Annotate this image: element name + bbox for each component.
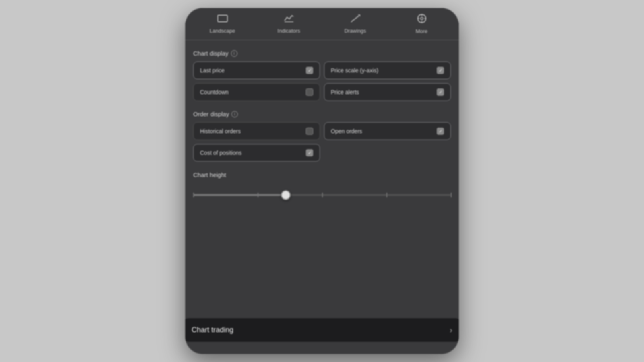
toolbar-item-landscape[interactable]: Landscape	[189, 14, 256, 34]
toggle-last-price[interactable]: Last price	[193, 62, 320, 79]
toolbar-item-indicators[interactable]: Indicators	[256, 14, 322, 34]
slider-tick-0	[193, 193, 194, 197]
chart-display-info-icon: i	[231, 50, 237, 57]
toggle-price-scale[interactable]: Price scale (y-axis)	[324, 62, 451, 79]
toggle-check-cost-positions	[306, 149, 313, 156]
toggle-historical-orders[interactable]: Historical orders	[193, 122, 320, 140]
chart-display-section: Chart display i Last price Price scale (…	[193, 50, 451, 101]
content: Chart display i Last price Price scale (…	[185, 40, 459, 318]
more-icon	[417, 14, 427, 26]
chart-trading-label: Chart trading	[192, 326, 233, 334]
toggle-cost-positions[interactable]: Cost of positions	[193, 144, 320, 162]
bottom-space	[185, 342, 459, 354]
more-label: More	[416, 28, 428, 34]
toggle-check-historical	[306, 128, 313, 135]
toggle-check-price-alerts	[437, 88, 444, 96]
slider-tick-50	[322, 193, 323, 197]
phone-container: Landscape Indicators	[185, 8, 459, 354]
slider-tick-100	[451, 193, 452, 197]
svg-rect-0	[218, 15, 227, 22]
indicators-icon	[284, 14, 294, 25]
panel: Landscape Indicators	[185, 8, 459, 354]
toggle-check-price-scale	[437, 67, 444, 74]
chevron-right-icon: ›	[450, 325, 452, 335]
landscape-label: Landscape	[210, 28, 235, 34]
toolbar-item-drawings[interactable]: Drawings	[322, 14, 388, 34]
order-display-info-icon: i	[231, 111, 238, 117]
chart-trading-button[interactable]: Chart trading ›	[185, 318, 459, 342]
toggle-open-orders[interactable]: Open orders	[324, 122, 451, 140]
toggle-countdown[interactable]: Countdown	[193, 83, 320, 101]
chart-height-section: Chart height	[193, 171, 451, 202]
order-display-label: Order display i	[193, 111, 451, 117]
slider-tick-75	[386, 193, 387, 197]
toggle-check-last-price	[306, 67, 313, 74]
drawings-icon	[350, 14, 361, 25]
chart-display-toggles: Last price Price scale (y-axis) Countdow…	[193, 62, 451, 101]
indicators-label: Indicators	[277, 28, 300, 34]
svg-point-5	[421, 17, 423, 20]
toggle-price-alerts[interactable]: Price alerts	[324, 83, 451, 101]
toolbar: Landscape Indicators	[185, 8, 459, 40]
slider-tick-25	[258, 193, 258, 197]
chart-display-label: Chart display i	[193, 50, 451, 57]
order-display-toggles: Historical orders Open orders Cost of po…	[193, 122, 451, 162]
chart-height-slider[interactable]	[193, 194, 451, 196]
landscape-icon	[217, 14, 228, 25]
chart-height-label: Chart height	[193, 171, 451, 178]
order-display-section: Order display i Historical orders Open o…	[193, 111, 451, 162]
slider-thumb[interactable]	[281, 190, 291, 200]
drawings-label: Drawings	[344, 28, 366, 34]
slider-fill	[193, 194, 286, 196]
toggle-check-countdown	[306, 88, 313, 96]
svg-line-2	[352, 16, 359, 21]
toolbar-item-more[interactable]: More	[388, 14, 455, 34]
toggle-check-open-orders	[437, 128, 444, 135]
